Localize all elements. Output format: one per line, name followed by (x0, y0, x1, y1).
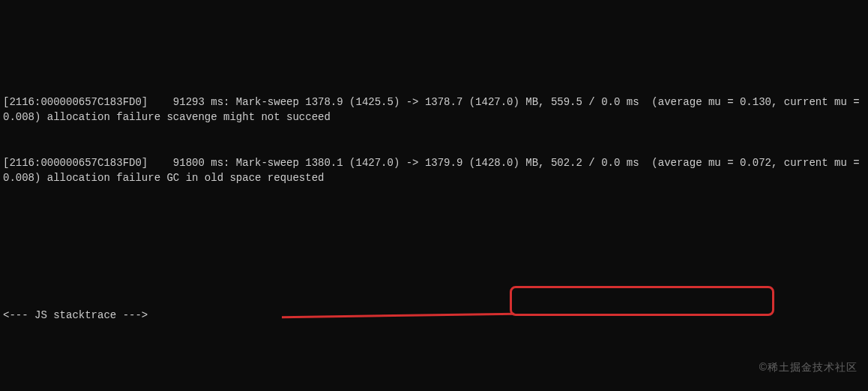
log-line (3, 216, 865, 231)
log-line (3, 353, 865, 368)
log-line (3, 262, 865, 277)
log-line: [2116:000000657C183FD0] 91293 ms: Mark-s… (3, 95, 865, 125)
log-line: [2116:000000657C183FD0] 91800 ms: Mark-s… (3, 155, 865, 186)
terminal-output: [2116:000000657C183FD0] 91293 ms: Mark-s… (3, 64, 865, 391)
log-line: <--- JS stacktrace ---> (3, 308, 865, 323)
watermark-text: ©稀土掘金技术社区 (759, 359, 858, 374)
